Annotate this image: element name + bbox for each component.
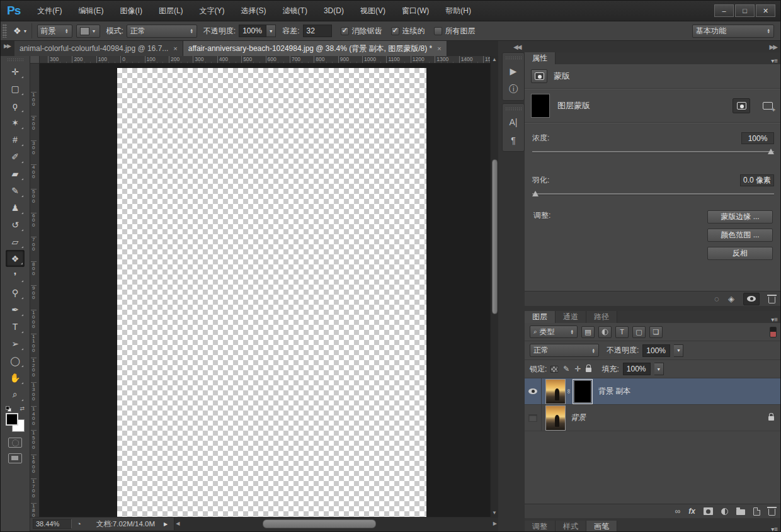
- tool-button[interactable]: ❜: [6, 267, 25, 284]
- panel-icon[interactable]: ⓘ: [505, 81, 522, 98]
- lock-paint-icon[interactable]: ✎: [563, 365, 569, 373]
- layer-row[interactable]: ∞ 背景: [525, 405, 781, 431]
- panel-icon[interactable]: A|: [505, 114, 522, 130]
- canvas-viewport[interactable]: [40, 64, 490, 517]
- horizontal-ruler[interactable]: 3002001000100200300400500600700800900100…: [40, 56, 490, 64]
- layer-thumbnail[interactable]: [545, 405, 566, 431]
- screen-mode-button[interactable]: [8, 453, 22, 463]
- tool-button[interactable]: ◯: [6, 352, 25, 369]
- option-checkbox[interactable]: 消除锯齿: [341, 26, 382, 37]
- layers-tab[interactable]: 通道: [556, 311, 586, 323]
- layer-name[interactable]: 背景: [571, 412, 586, 423]
- document-tab[interactable]: affair-anniversary-beach-1024984.jpg @ 3…: [183, 41, 447, 56]
- document-tab[interactable]: animal-colorful-colourful-40984.jpg @ 16…: [14, 41, 183, 56]
- menu-item[interactable]: 文字(Y): [191, 1, 233, 21]
- strip-grip[interactable]: [505, 107, 522, 111]
- tool-button[interactable]: ▱: [6, 233, 25, 250]
- minimize-button[interactable]: –: [714, 4, 734, 17]
- menu-item[interactable]: 编辑(E): [71, 1, 112, 21]
- option-checkbox[interactable]: 连续的: [391, 26, 425, 37]
- filter-type-select[interactable]: ⌕ 类型: [530, 325, 578, 338]
- opacity-dropdown-button[interactable]: ▼: [674, 344, 683, 357]
- link-layers-icon[interactable]: ∞: [675, 507, 681, 516]
- maximize-button[interactable]: □: [735, 4, 755, 17]
- tool-button[interactable]: ❖: [6, 250, 25, 267]
- fill-dropdown-button[interactable]: ▼: [654, 363, 664, 375]
- option-checkbox[interactable]: 所有图层: [434, 26, 476, 37]
- adjust-button[interactable]: 蒙版边缘 ...: [707, 210, 773, 224]
- panel-menu-icon[interactable]: ▾≡: [771, 316, 778, 323]
- tab-close-icon[interactable]: ×: [173, 45, 177, 52]
- tool-button[interactable]: ▢: [6, 80, 25, 97]
- add-vector-mask-icon[interactable]: [763, 102, 773, 110]
- bottom-tab[interactable]: 画笔: [586, 521, 617, 532]
- panel-icon[interactable]: ▶: [505, 63, 522, 79]
- tool-button[interactable]: ✛: [6, 63, 25, 80]
- menu-item[interactable]: 视图(V): [352, 1, 394, 21]
- menu-item[interactable]: 帮助(H): [437, 1, 479, 21]
- tool-button[interactable]: ▰: [6, 165, 25, 182]
- pattern-picker[interactable]: ▼: [76, 25, 100, 38]
- tool-button[interactable]: ✶: [6, 114, 25, 131]
- feather-value[interactable]: 0.0 像素: [740, 174, 774, 186]
- bottom-tab[interactable]: 样式: [556, 521, 586, 532]
- add-mask-icon[interactable]: [704, 507, 713, 515]
- layer-style-icon[interactable]: fx: [688, 507, 695, 516]
- layer-thumbnail[interactable]: [545, 379, 566, 404]
- new-layer-icon[interactable]: [753, 507, 760, 516]
- collapse-strip-icon[interactable]: ◀◀: [513, 43, 520, 50]
- density-value[interactable]: 100%: [741, 132, 774, 144]
- collapse-dock-icon[interactable]: ▶▶: [770, 43, 777, 50]
- adjust-button[interactable]: 反相: [707, 247, 773, 260]
- zoom-level-field[interactable]: 38.44%: [33, 519, 72, 529]
- delete-mask-icon[interactable]: [768, 295, 775, 303]
- tolerance-input[interactable]: 32: [303, 25, 332, 37]
- tool-button[interactable]: ✋: [6, 369, 25, 386]
- tool-button[interactable]: ➢: [6, 335, 25, 352]
- tool-button[interactable]: ♟: [6, 199, 25, 216]
- new-group-icon[interactable]: [736, 507, 745, 515]
- panel-menu-icon[interactable]: ▾≡: [771, 57, 778, 64]
- panel-icon[interactable]: ¶: [505, 132, 522, 149]
- layer-row[interactable]: ∞ 背景 副本: [525, 378, 781, 405]
- lock-transparency-icon[interactable]: [550, 366, 558, 373]
- layers-tab[interactable]: 路径: [586, 311, 617, 323]
- menu-item[interactable]: 窗口(W): [394, 1, 437, 21]
- mask-selection-icon[interactable]: ◌: [714, 294, 719, 303]
- expand-toolbar-icon[interactable]: ▶▶: [1, 41, 14, 49]
- tool-button[interactable]: ✒: [6, 301, 25, 318]
- filtering-toggle[interactable]: [770, 327, 777, 337]
- visibility-toggle[interactable]: [525, 405, 542, 431]
- menu-item[interactable]: 图像(I): [112, 1, 151, 21]
- tab-close-icon[interactable]: ×: [437, 45, 441, 52]
- foreground-color-swatch[interactable]: [6, 413, 18, 426]
- menu-item[interactable]: 图层(L): [151, 1, 191, 21]
- lock-all-icon[interactable]: [586, 365, 591, 374]
- scroll-left-icon[interactable]: ◀: [176, 520, 180, 528]
- menu-item[interactable]: 选择(S): [233, 1, 275, 21]
- visibility-toggle[interactable]: [525, 378, 542, 404]
- canvas-document[interactable]: [117, 68, 426, 517]
- apply-mask-icon[interactable]: ◈: [728, 294, 734, 303]
- density-slider[interactable]: [532, 148, 774, 157]
- layers-tab[interactable]: 图层: [525, 311, 556, 323]
- ruler-corner[interactable]: [30, 56, 40, 64]
- feather-slider[interactable]: [532, 190, 774, 199]
- close-button[interactable]: ✕: [756, 4, 775, 17]
- filter-pixel-layers-icon[interactable]: ▤: [581, 326, 595, 338]
- tool-button[interactable]: ⚲: [6, 284, 25, 301]
- fill-source-select[interactable]: 前景: [37, 25, 72, 38]
- vertical-ruler[interactable]: 1002003004005006007008009001000110012001…: [30, 64, 40, 517]
- filter-shape-layers-icon[interactable]: ▢: [632, 326, 646, 338]
- mask-link-icon[interactable]: ∞: [566, 388, 573, 395]
- vertical-scroll-thumb[interactable]: [492, 159, 498, 314]
- horizontal-scroll-thumb[interactable]: [263, 519, 376, 528]
- slider-knob[interactable]: [768, 149, 774, 154]
- menu-item[interactable]: 滤镜(T): [275, 1, 316, 21]
- options-grip[interactable]: [3, 24, 7, 38]
- layers-opacity-input[interactable]: 100%: [642, 344, 670, 357]
- horizontal-scrollbar[interactable]: ◀ ▶: [174, 518, 498, 530]
- tool-button[interactable]: ⌕: [6, 386, 25, 403]
- fill-input[interactable]: 100%: [623, 363, 651, 375]
- scroll-down-icon[interactable]: ▼: [491, 509, 498, 517]
